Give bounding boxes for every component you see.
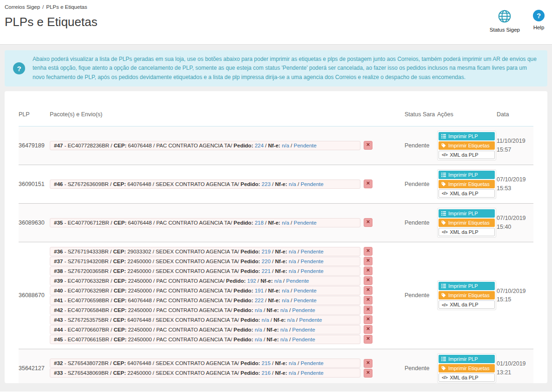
print-labels-button[interactable]: Imprimir Etiquetas xyxy=(439,219,495,227)
remove-package-button[interactable]: × xyxy=(364,266,372,275)
print-plp-button[interactable]: Imprimir PLP xyxy=(439,282,495,290)
table-header-row: PLP Pacote(s) e Envio(s) Status Sara Açõ… xyxy=(19,111,533,126)
actions-group: Imprimir PLP Imprimir Etiquetas </> XML … xyxy=(437,353,496,383)
package-entry: #47 - EC407728236BR / CEP: 64076448 / PA… xyxy=(50,141,360,150)
tag-icon xyxy=(441,366,446,371)
xml-plp-button[interactable]: </> XML da PLP xyxy=(439,189,495,198)
plp-row: 36090151 #46 - SZ767263609BR / CEP: 6407… xyxy=(19,165,533,203)
info-box: ? Abaixo poderá visualizar a lista de PL… xyxy=(5,50,547,86)
row-time: 15:40 xyxy=(497,223,533,231)
print-plp-button[interactable]: Imprimir PLP xyxy=(439,209,495,218)
breadcrumb-item-plps-etiquetas[interactable]: PLPs e Etiquetas xyxy=(46,4,87,10)
package-entry: #39 - EC407706332BR / CEP: 22450000 / PA… xyxy=(50,276,360,286)
page-title: PLPs e Etiquetas xyxy=(5,15,546,29)
xml-plp-label: XML da PLP xyxy=(450,191,478,196)
actions-group: Imprimir PLP Imprimir Etiquetas </> XML … xyxy=(437,131,496,160)
remove-package-button[interactable]: × xyxy=(364,306,372,314)
plp-number: 36090151 xyxy=(19,181,45,187)
print-plp-button[interactable]: Imprimir PLP xyxy=(439,355,495,363)
package-entry: #41 - EC407706598BR / CEP: 64076448 / PA… xyxy=(50,296,360,305)
print-plp-label: Imprimir PLP xyxy=(448,172,478,178)
row-date: 11/10/2019 xyxy=(497,137,533,145)
xml-plp-button[interactable]: </> XML da PLP xyxy=(439,228,495,236)
print-plp-label: Imprimir PLP xyxy=(448,133,478,139)
remove-package-button[interactable]: × xyxy=(364,276,372,285)
globe-icon xyxy=(498,10,511,24)
package-list: #32 - SZ765438072BR / CEP: 64076448 / SE… xyxy=(50,359,405,378)
remove-package-button[interactable]: × xyxy=(364,257,372,266)
print-labels-label: Imprimir Etiquetas xyxy=(448,143,490,148)
plp-row: 36088670 #36 - SZ767194333BR / CEP: 2903… xyxy=(19,242,533,349)
tag-icon xyxy=(441,220,446,225)
print-labels-label: Imprimir Etiquetas xyxy=(448,365,490,371)
remove-package-button[interactable]: × xyxy=(364,369,372,378)
print-plp-button[interactable]: Imprimir PLP xyxy=(439,132,495,140)
status-sigep-label: Status Sigep xyxy=(490,27,520,33)
plp-table-card: PLP Pacote(s) e Envio(s) Status Sara Açõ… xyxy=(5,91,547,383)
row-date: 01/10/2019 xyxy=(497,359,533,368)
remove-package-button[interactable]: × xyxy=(364,247,372,256)
row-time: 13:21 xyxy=(497,368,533,377)
row-date: 07/10/2019 xyxy=(497,214,533,222)
xml-plp-button[interactable]: </> XML da PLP xyxy=(439,300,495,309)
list-icon xyxy=(441,357,446,361)
header: Correios Sigep/PLPs e Etiquetas PLPs e E… xyxy=(0,0,552,44)
remove-package-button[interactable]: × xyxy=(364,359,372,368)
plp-row: 35642127 #32 - SZ765438072BR / CEP: 6407… xyxy=(19,349,533,383)
xml-plp-label: XML da PLP xyxy=(450,375,478,380)
list-icon xyxy=(441,173,446,177)
package-entry: #45 - EC407706615BR / CEP: 22450000 / PA… xyxy=(50,335,360,344)
code-icon: </> xyxy=(442,229,447,234)
print-labels-button[interactable]: Imprimir Etiquetas xyxy=(439,180,495,188)
remove-package-button[interactable]: × xyxy=(364,335,372,344)
remove-package-button[interactable]: × xyxy=(364,141,372,150)
remove-package-button[interactable]: × xyxy=(364,315,372,324)
status-sara: Pendente xyxy=(405,219,430,226)
package-entry: #33 - SZ765438069BR / CEP: 22450000 / SE… xyxy=(50,368,360,378)
content-area: ? Abaixo poderá visualizar a lista de PL… xyxy=(0,44,552,392)
list-icon xyxy=(441,211,446,216)
print-labels-button[interactable]: Imprimir Etiquetas xyxy=(439,364,495,372)
list-icon xyxy=(441,284,446,288)
package-entry: #46 - SZ767263609BR / CEP: 64076448 / SE… xyxy=(50,179,360,189)
row-date: 07/10/2019 xyxy=(497,287,533,295)
tag-icon xyxy=(441,182,446,186)
plp-number: 36479189 xyxy=(19,142,45,149)
package-entry: #40 - EC407706329BR / CEP: 22450000 / PA… xyxy=(50,286,360,295)
print-plp-label: Imprimir PLP xyxy=(448,211,478,216)
xml-plp-button[interactable]: </> XML da PLP xyxy=(439,151,495,159)
status-sara: Pendente xyxy=(405,365,430,372)
plp-number: 36088670 xyxy=(19,292,45,299)
list-icon xyxy=(441,134,446,139)
info-text: Abaixo poderá visualizar a lista de PLPs… xyxy=(33,55,539,82)
package-entry: #35 - EC407706712BR / CEP: 64076448 / PA… xyxy=(50,218,360,227)
print-plp-label: Imprimir PLP xyxy=(448,283,478,289)
print-labels-button[interactable]: Imprimir Etiquetas xyxy=(439,291,495,299)
header-actions: Status Sigep ? Help xyxy=(490,10,545,33)
remove-package-button[interactable]: × xyxy=(364,325,372,334)
status-sara: Pendente xyxy=(405,142,430,149)
plp-row: 36089630 #35 - EC407706712BR / CEP: 6407… xyxy=(19,203,533,242)
breadcrumb-item-correios-sigep[interactable]: Correios Sigep xyxy=(5,4,40,10)
print-plp-button[interactable]: Imprimir PLP xyxy=(439,171,495,179)
remove-package-button[interactable]: × xyxy=(364,296,372,305)
xml-plp-button[interactable]: </> XML da PLP xyxy=(439,373,495,382)
remove-package-button[interactable]: × xyxy=(364,218,372,227)
status-sara: Pendente xyxy=(405,292,430,299)
actions-group: Imprimir PLP Imprimir Etiquetas </> XML … xyxy=(437,169,496,199)
print-labels-button[interactable]: Imprimir Etiquetas xyxy=(439,141,495,150)
status-sigep-button[interactable]: Status Sigep xyxy=(490,10,520,33)
col-header-pacotes: Pacote(s) e Envio(s) xyxy=(50,111,405,126)
actions-group: Imprimir PLP Imprimir Etiquetas </> XML … xyxy=(437,208,496,238)
remove-package-button[interactable]: × xyxy=(364,179,372,188)
plp-number: 35642127 xyxy=(19,365,45,372)
row-time: 15:15 xyxy=(497,295,533,304)
xml-plp-label: XML da PLP xyxy=(450,229,478,235)
breadcrumb: Correios Sigep/PLPs e Etiquetas xyxy=(5,4,546,10)
remove-package-button[interactable]: × xyxy=(364,286,372,295)
help-button[interactable]: ? Help xyxy=(533,10,545,33)
print-plp-label: Imprimir PLP xyxy=(448,356,478,362)
package-entry: #37 - SZ767194320BR / CEP: 22450000 / SE… xyxy=(50,257,360,266)
print-labels-label: Imprimir Etiquetas xyxy=(448,292,490,298)
col-header-data: Data xyxy=(497,111,533,126)
